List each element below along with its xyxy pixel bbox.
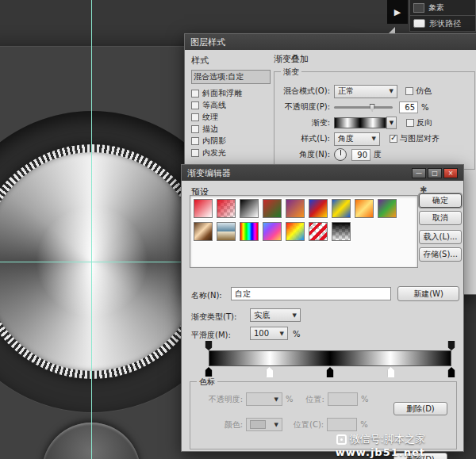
- maximize-button[interactable]: □: [428, 168, 442, 178]
- gradient-preset-swatch[interactable]: [194, 199, 213, 218]
- blend-mode-select[interactable]: 正常 ▼: [334, 85, 397, 98]
- color-chip: [250, 420, 266, 429]
- ok-button[interactable]: 确定: [419, 193, 462, 208]
- stop-color-swatch[interactable]: ▼: [246, 418, 282, 431]
- layer-style-option[interactable]: 内发光: [191, 147, 271, 159]
- stop-location-input[interactable]: [328, 392, 358, 406]
- name-label: 名称(N):: [191, 290, 222, 301]
- save-button[interactable]: 存储(S)...: [419, 247, 462, 262]
- gradient-preset-swatch[interactable]: [194, 222, 213, 241]
- load-button[interactable]: 载入(L)...: [419, 230, 462, 244]
- color-stop-track[interactable]: [209, 367, 451, 377]
- cancel-button[interactable]: 取消: [419, 211, 462, 225]
- gradient-preset-swatch[interactable]: [332, 199, 351, 218]
- color-stop[interactable]: [327, 367, 334, 377]
- checkbox-icon[interactable]: [191, 137, 199, 145]
- align-with-layer-checkbox[interactable]: [390, 135, 397, 143]
- reverse-checkbox[interactable]: [406, 119, 414, 127]
- gradient-preset-swatch[interactable]: [217, 222, 236, 241]
- gradient-preset-swatch[interactable]: [378, 199, 397, 218]
- minimize-button[interactable]: —: [412, 168, 426, 178]
- checkbox-icon[interactable]: [191, 149, 199, 157]
- opacity-stop[interactable]: [205, 341, 213, 350]
- dither-checkbox[interactable]: [405, 87, 413, 95]
- chevron-down-icon: ▼: [290, 312, 297, 319]
- layer-style-title: 图层样式: [190, 36, 225, 48]
- layer-style-option[interactable]: 内阴影: [191, 135, 271, 147]
- smoothness-unit: %: [293, 330, 301, 339]
- opacity-stop[interactable]: [448, 341, 455, 350]
- styles-label[interactable]: 样式: [191, 55, 271, 67]
- gradient-editor-title: 渐变编辑器: [187, 167, 231, 179]
- layer-style-option-label: 纹理: [202, 112, 218, 123]
- checkbox-icon[interactable]: [191, 101, 199, 109]
- gradient-preset-swatch[interactable]: [240, 222, 259, 241]
- stop-location-label: 位置:: [306, 394, 324, 405]
- name-input[interactable]: 自定: [231, 287, 391, 300]
- preset-grid: [190, 195, 418, 268]
- gradient-preset-swatch[interactable]: [263, 222, 282, 241]
- gradient-preset-swatch[interactable]: [309, 199, 328, 218]
- stop-opacity-unit: %: [286, 395, 294, 404]
- thumbnail-icon: [413, 3, 424, 13]
- gradient-preset-swatch[interactable]: [355, 199, 374, 218]
- panel-row-shape-path[interactable]: 形状路径: [409, 15, 476, 32]
- gradient-row: 渐变: ▼ 反向: [276, 115, 470, 131]
- smoothness-input[interactable]: 100 ▼: [250, 327, 288, 340]
- color-location-unit: %: [360, 420, 368, 429]
- gradient-bar[interactable]: [209, 350, 451, 366]
- gradient-preset-swatch[interactable]: [332, 222, 351, 241]
- opacity-slider-thumb[interactable]: [370, 104, 375, 112]
- checkbox-icon[interactable]: [191, 90, 199, 98]
- checkbox-icon[interactable]: [191, 113, 199, 121]
- blending-options-item[interactable]: 混合选项:自定: [191, 70, 271, 84]
- close-button[interactable]: ×: [443, 168, 458, 178]
- checkbox-icon[interactable]: [191, 125, 199, 133]
- color-stop[interactable]: [448, 367, 455, 377]
- gradient-preset-swatch[interactable]: [309, 222, 328, 241]
- play-icon: ▶: [394, 7, 401, 17]
- gradient-preset-swatch[interactable]: [263, 199, 282, 218]
- smoothness-label: 平滑度(M):: [191, 330, 231, 341]
- gradient-picker-arrow[interactable]: ▼: [386, 117, 397, 129]
- gradient-overlay-panel: 渐变叠加 渐变 混合模式(O): 正常 ▼ 仿色 不透明度(P):: [274, 53, 475, 170]
- gradient-editor-dialog: 渐变编辑器 — □ × 预设 ✱ 确定 取消 载入(L)... 存储(S)...…: [181, 164, 464, 452]
- chevron-down-icon: ▼: [271, 422, 278, 428]
- color-stop[interactable]: [387, 367, 394, 377]
- angle-value[interactable]: 90: [351, 149, 370, 161]
- align-with-layer-label: 与图层对齐: [400, 133, 440, 144]
- opacity-stop-track[interactable]: [209, 341, 451, 350]
- delete-opacity-stop-button[interactable]: 删除(D): [393, 402, 447, 415]
- style-row: 样式(L): 角度 ▼ 与图层对齐: [276, 131, 470, 147]
- opacity-value[interactable]: 65: [399, 101, 418, 113]
- style-label: 样式(L):: [276, 133, 330, 144]
- layer-style-option[interactable]: 等高线: [191, 99, 271, 111]
- smoothness-value: 100: [254, 329, 269, 338]
- gradient-preset-swatch[interactable]: [286, 222, 305, 241]
- gradient-preset-swatch[interactable]: [240, 199, 259, 218]
- stop-color-row: 颜色: ▼ 位置(C): % 删除(D): [190, 417, 456, 432]
- gradient-preset-swatch[interactable]: [217, 199, 236, 218]
- gradient-preview[interactable]: [334, 117, 386, 128]
- stop-opacity-label: 不透明度:: [190, 394, 243, 405]
- color-stop[interactable]: [266, 367, 273, 377]
- gradient-type-value: 实底: [254, 310, 270, 321]
- opacity-slider[interactable]: [334, 106, 393, 109]
- new-button[interactable]: 新建(W): [397, 286, 459, 301]
- photoshop-workspace: ▶ 象素 形状路径 图层样式 样式 混合选项:自定 斜面和浮雕等高线纹理描边内阴…: [0, 0, 476, 459]
- play-button[interactable]: ▶: [387, 0, 408, 24]
- stop-opacity-input[interactable]: ▼: [246, 392, 282, 406]
- opacity-unit: %: [421, 103, 429, 112]
- gradient-type-select[interactable]: 实底 ▼: [250, 308, 301, 322]
- gradient-editor-titlebar[interactable]: 渐变编辑器 — □ ×: [182, 165, 463, 181]
- panel-row-pixels[interactable]: 象素: [409, 0, 476, 16]
- layer-style-option[interactable]: 描边: [191, 123, 271, 135]
- angle-dial[interactable]: [334, 148, 347, 161]
- blend-mode-label: 混合模式(O):: [276, 86, 330, 97]
- gradient-preset-swatch[interactable]: [286, 199, 305, 218]
- layer-style-option[interactable]: 斜面和浮雕: [191, 87, 271, 99]
- color-location-input[interactable]: [327, 418, 357, 431]
- style-select[interactable]: 角度 ▼: [334, 132, 380, 146]
- layer-style-titlebar[interactable]: 图层样式: [185, 34, 476, 50]
- layer-style-option[interactable]: 纹理: [191, 111, 271, 123]
